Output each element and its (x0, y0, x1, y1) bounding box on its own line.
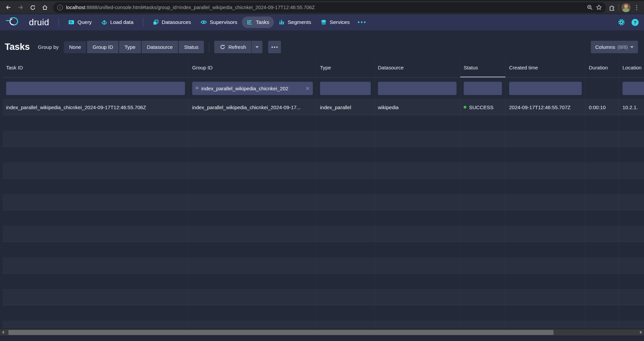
scroll-right-arrow[interactable] (640, 331, 642, 334)
group-by-type-button[interactable]: Type (119, 41, 141, 53)
bookmark-star-icon[interactable] (596, 4, 602, 10)
group-by-status-button[interactable]: Status (179, 41, 204, 53)
table-row-empty (3, 242, 644, 258)
success-status-dot (464, 106, 466, 108)
columns-button[interactable]: Columns (8/8) (591, 41, 638, 53)
table-cell-empty (585, 179, 619, 194)
location-filter-input[interactable] (622, 82, 644, 95)
table-cell-empty (189, 258, 317, 273)
nav-item-datasources[interactable]: Datasources (148, 17, 196, 28)
table-cell-empty (585, 305, 619, 321)
status-filter-input[interactable] (464, 82, 502, 95)
column-header-duration[interactable]: Duration (585, 58, 619, 77)
table-row-empty (3, 147, 644, 163)
address-bar[interactable]: i localhost:8888/unified-console.html#ta… (53, 2, 606, 13)
table-cell-empty (3, 305, 189, 321)
table-cell-empty (317, 210, 374, 226)
tasks-toolbar: Tasks Group by None Group ID Type Dataso… (0, 30, 644, 58)
group-by-button-group: None Group ID Type Datasource Status (64, 41, 204, 53)
cell-status: SUCCESS (460, 99, 506, 115)
horizontal-scrollbar[interactable] (0, 330, 644, 335)
table-cell-empty (506, 163, 585, 178)
help-icon[interactable]: ? (632, 19, 639, 26)
scroll-left-arrow[interactable] (2, 331, 4, 334)
extensions-icon[interactable] (609, 4, 616, 11)
forward-icon[interactable] (15, 2, 26, 13)
table-cell-empty (460, 226, 506, 242)
group-id-filter-input[interactable]: index_parallel_wikipedia_chicnkei_202 (192, 82, 313, 95)
equals-filter-icon[interactable] (195, 85, 199, 91)
site-info-icon[interactable]: i (57, 5, 63, 10)
table-cell-empty (585, 321, 619, 328)
cell-group-id: index_parallel_wikipedia_chicnkei_2024-0… (189, 99, 317, 115)
nav-item-load-data[interactable]: Load data (97, 17, 138, 28)
eye-icon (201, 19, 207, 25)
column-header-group-id[interactable]: Group ID (189, 58, 317, 77)
table-row-empty (3, 305, 644, 321)
group-by-datasource-button[interactable]: Datasource (142, 41, 178, 53)
druid-logo[interactable]: druid (5, 17, 49, 28)
nav-item-query[interactable]: Query (64, 17, 96, 28)
back-icon[interactable] (3, 2, 14, 13)
url-text[interactable]: localhost:8888/unified-console.html#task… (66, 5, 584, 10)
nav-item-supervisors[interactable]: Supervisors (196, 17, 242, 28)
column-header-type[interactable]: Type (317, 58, 374, 77)
task-id-filter-input[interactable] (6, 82, 185, 95)
table-row-empty (3, 258, 644, 274)
group-by-group-id-button[interactable]: Group ID (87, 41, 118, 53)
table-cell-empty (374, 242, 460, 257)
table-cell-empty (506, 242, 585, 257)
scrollbar-thumb[interactable] (8, 330, 553, 335)
group-by-none-button[interactable]: None (64, 41, 86, 53)
gantt-chart-icon (247, 19, 253, 25)
table-cell-empty (619, 305, 644, 321)
nav-item-tasks[interactable]: Tasks (242, 17, 274, 28)
table-cell-empty (460, 210, 506, 226)
clear-filter-icon[interactable] (306, 85, 310, 92)
table-cell-empty (3, 274, 189, 289)
table-row-empty (3, 210, 644, 226)
table-cell-empty (317, 289, 374, 305)
table-cell-empty (189, 274, 317, 289)
type-filter-input[interactable] (320, 82, 371, 95)
table-cell-empty (619, 210, 644, 226)
console-icon (68, 19, 74, 25)
nav-item-services[interactable]: Services (316, 17, 354, 28)
column-header-status[interactable]: Status (460, 58, 506, 77)
created-time-filter-input[interactable] (509, 82, 582, 95)
toolbar-more-button[interactable] (268, 41, 281, 53)
table-cell-empty (317, 242, 374, 257)
column-header-location[interactable]: Location (619, 58, 644, 77)
column-header-datasource[interactable]: Datasource (374, 58, 460, 77)
table-cell-empty (317, 226, 374, 242)
database-icon (321, 19, 327, 25)
home-icon[interactable] (39, 2, 50, 13)
table-row-empty (3, 163, 644, 179)
reload-icon[interactable] (27, 2, 38, 13)
table-row[interactable]: index_parallel_wikipedia_chicnkei_2024-0… (3, 99, 644, 115)
cell-task-id: index_parallel_wikipedia_chicnkei_2024-0… (3, 99, 189, 115)
table-cell-empty (317, 274, 374, 289)
chrome-menu-icon[interactable] (633, 4, 640, 11)
table-cell-empty (619, 131, 644, 147)
table-cell-empty (317, 194, 374, 210)
refresh-button[interactable]: Refresh (214, 41, 252, 53)
table-cell-empty (3, 210, 189, 226)
table-cell-empty (189, 226, 317, 242)
table-cell-empty (506, 289, 585, 305)
nav-item-segments[interactable]: Segments (274, 17, 316, 28)
table-cell-empty (374, 289, 460, 305)
profile-avatar[interactable] (621, 3, 631, 12)
table-cell-empty (585, 131, 619, 147)
column-header-task-id[interactable]: Task ID (3, 58, 189, 77)
group-id-filter-value[interactable]: index_parallel_wikipedia_chicnkei_202 (201, 86, 303, 91)
table-cell-empty (619, 258, 644, 273)
nav-more-icon[interactable] (354, 17, 369, 28)
refresh-caret-button[interactable] (252, 41, 262, 53)
cell-created-time: 2024-09-17T12:46:55.707Z (506, 99, 585, 115)
settings-gear-icon[interactable] (617, 18, 625, 26)
datasource-filter-input[interactable] (378, 82, 457, 95)
druid-wordmark: druid (29, 17, 49, 28)
zoom-icon[interactable] (587, 4, 593, 10)
column-header-created-time[interactable]: Created time (506, 58, 585, 77)
